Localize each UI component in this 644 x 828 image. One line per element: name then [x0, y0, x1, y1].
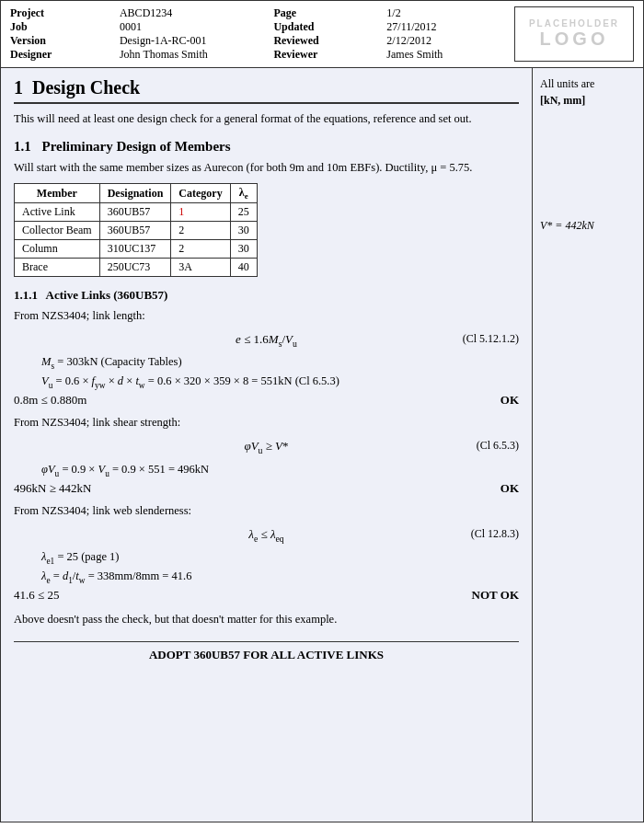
cell-designation: 360UB57	[99, 203, 171, 222]
eq-line4: φVu = 0.9 × Vu = 0.9 × 551 = 496kN	[41, 463, 519, 478]
cell-lambda: 30	[230, 240, 257, 259]
logo: PLACEHOLDER LOGO	[514, 6, 634, 62]
section11-title: Preliminary Design of Members	[42, 139, 231, 154]
line-with-notok: 41.6 ≤ 25 NOT OK	[14, 588, 519, 603]
eq-line6: λe1 = 25 (page 1)	[41, 550, 519, 566]
reviewed-label: Reviewed	[273, 34, 383, 48]
updated-value: 27/11/2012	[386, 20, 505, 34]
logo-top: PLACEHOLDER	[529, 18, 619, 29]
page-value: 1/2	[386, 6, 505, 20]
cell-category: 1	[171, 203, 230, 222]
eq-line2: Vu = 0.6 × fyw × d × tw = 0.6 × 320 × 35…	[41, 374, 519, 390]
line-with-ok1: 0.8m ≤ 0.880m OK	[14, 393, 519, 408]
document-header: Project ABCD1234 Page 1/2 Job 0001 Updat…	[0, 0, 644, 68]
members-table: Member Designation Category λe Active Li…	[14, 183, 258, 277]
line5-text: 496kN ≥ 442kN	[14, 481, 91, 496]
right-value-v: V* = 442kN	[540, 219, 636, 233]
right-panel: All units are [kN, mm] V* = 442kN	[533, 68, 643, 822]
line3-text: 0.8m ≤ 0.880m	[14, 393, 86, 408]
section11-heading: 1.1 Preliminary Design of Members	[14, 139, 519, 155]
left-panel: 1 Design Check This will need at least o…	[1, 68, 533, 822]
units-label: All units are	[540, 77, 594, 90]
section1-intro: This will need at least one design check…	[14, 111, 519, 128]
section1-heading: 1 Design Check	[14, 77, 519, 104]
from2-text: From NZS3404; link shear strength:	[14, 415, 519, 431]
cell-category: 3A	[171, 259, 230, 277]
section111-number: 1.1.1	[14, 288, 38, 302]
section111-title: Active Links (360UB57)	[46, 288, 168, 302]
units-value: [kN, mm]	[540, 94, 585, 107]
equation2-ref: (Cl 6.5.3)	[477, 439, 519, 453]
equation3-ref: (Cl 12.8.3)	[471, 527, 519, 541]
from1-text: From NZS3404; link length:	[14, 308, 519, 325]
col-designation: Designation	[99, 184, 171, 203]
equation1-block: e ≤ 1.6Ms/Vu (Cl 5.12.1.2)	[14, 332, 519, 349]
equation3-block: λe ≤ λeq (Cl 12.8.3)	[14, 527, 519, 544]
section1-title: Design Check	[32, 77, 140, 98]
project-label: Project	[10, 6, 116, 20]
designer-label: Designer	[10, 48, 116, 62]
section111-heading: 1.1.1 Active Links (360UB57)	[14, 288, 519, 303]
equation1: e ≤ 1.6Ms/Vu	[236, 332, 297, 346]
reviewed-value: 2/12/2012	[386, 34, 505, 48]
status1: OK	[500, 393, 519, 408]
units-box: All units are [kN, mm]	[540, 75, 636, 109]
cell-member: Brace	[15, 259, 100, 277]
job-value: 0001	[120, 20, 270, 34]
equation2: φVu ≥ V*	[244, 439, 288, 453]
logo-bottom: LOGO	[540, 29, 609, 50]
cell-designation: 250UC73	[99, 259, 171, 277]
equation2-block: φVu ≥ V* (Cl 6.5.3)	[14, 439, 519, 455]
table-row: Active Link 360UB57 1 25	[15, 203, 258, 222]
col-category: Category	[171, 184, 230, 203]
cell-designation: 310UC137	[99, 240, 171, 259]
version-label: Version	[10, 34, 116, 48]
version-value: Design-1A-RC-001	[120, 34, 270, 48]
page-label: Page	[273, 6, 383, 20]
job-label: Job	[10, 20, 116, 34]
reviewer-value: James Smith	[386, 48, 505, 62]
cell-lambda: 40	[230, 259, 257, 277]
table-row: Column 310UC137 2 30	[15, 240, 258, 259]
section11-number: 1.1	[14, 139, 31, 154]
cell-category: 2	[171, 222, 230, 240]
equation1-ref: (Cl 5.12.1.2)	[463, 332, 519, 346]
designer-value: John Thomas Smith	[120, 48, 270, 62]
status3: NOT OK	[472, 588, 519, 603]
cell-lambda: 30	[230, 222, 257, 240]
adopt-banner: ADOPT 360UB57 FOR ALL ACTIVE LINKS	[14, 641, 519, 662]
cell-member: Collector Beam	[15, 222, 100, 240]
updated-label: Updated	[273, 20, 383, 34]
cell-category: 2	[171, 240, 230, 259]
cell-lambda: 25	[230, 203, 257, 222]
project-value: ABCD1234	[120, 6, 270, 20]
section1-number: 1	[14, 77, 23, 98]
col-lambda: λe	[230, 184, 257, 203]
above-text: Above doesn't pass the check, but that d…	[14, 612, 519, 628]
reviewer-label: Reviewer	[273, 48, 383, 62]
eq-line7: λe = d1/tw = 338mm/8mm = 41.6	[41, 569, 519, 585]
cell-designation: 360UB57	[99, 222, 171, 240]
header-fields: Project ABCD1234 Page 1/2 Job 0001 Updat…	[10, 6, 505, 62]
col-member: Member	[15, 184, 100, 203]
main-content: 1 Design Check This will need at least o…	[0, 68, 644, 822]
line-with-ok2: 496kN ≥ 442kN OK	[14, 481, 519, 496]
status2: OK	[500, 481, 519, 496]
equation3: λe ≤ λeq	[248, 527, 283, 541]
table-row: Collector Beam 360UB57 2 30	[15, 222, 258, 240]
cell-member: Column	[15, 240, 100, 259]
line8-text: 41.6 ≤ 25	[14, 588, 59, 603]
from3-text: From NZS3404; link web slenderness:	[14, 503, 519, 520]
eq-line1: Ms = 303kN (Capacity Tables)	[41, 355, 519, 371]
cell-member: Active Link	[15, 203, 100, 222]
section11-intro: Will start with the same member sizes as…	[14, 160, 519, 177]
table-row: Brace 250UC73 3A 40	[15, 259, 258, 277]
v-star-value: V* = 442kN	[540, 219, 594, 232]
